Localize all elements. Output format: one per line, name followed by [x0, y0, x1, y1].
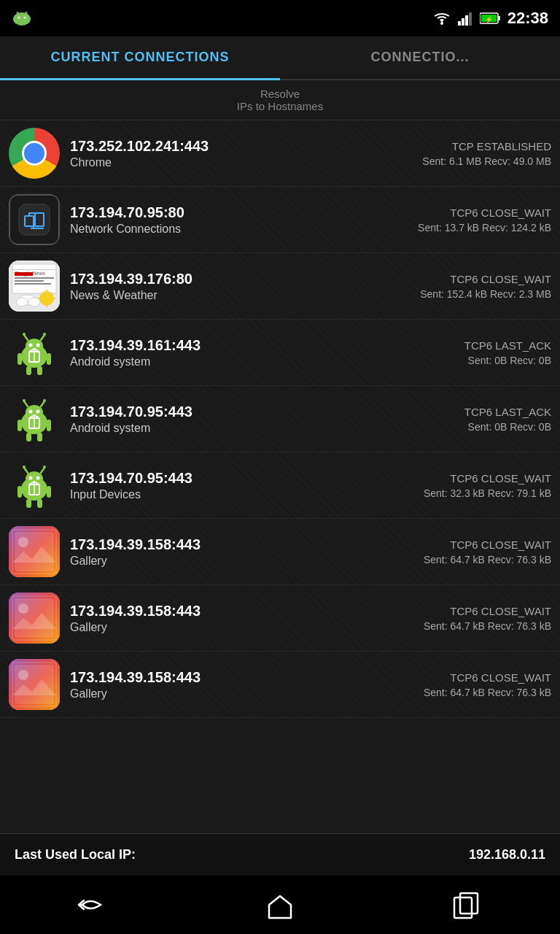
- android-sys-icon: [9, 393, 60, 444]
- connection-stats: TCP6 CLOSE_WAIT Sent: 152.4 kB Recv: 2.3…: [405, 273, 551, 300]
- resolve-bar[interactable]: Resolve IPs to Hostnames: [0, 80, 560, 120]
- home-button[interactable]: [262, 890, 298, 919]
- connection-app-name: Input Devices: [70, 488, 405, 501]
- connection-type: TCP6 CLOSE_WAIT: [405, 207, 551, 219]
- svg-rect-61: [47, 420, 51, 431]
- connection-stats: TCP6 LAST_ACK Sent: 0B Recv: 0B: [405, 339, 551, 366]
- svg-rect-89: [454, 898, 472, 918]
- connection-stats: TCP6 CLOSE_WAIT Sent: 64.7 kB Recv: 76.3…: [405, 605, 551, 632]
- status-bar-right: ⚡ 22:38: [432, 9, 548, 28]
- connection-item[interactable]: 173.194.70.95:443 Input Devices TCP6 CLO…: [0, 452, 560, 519]
- svg-point-1: [18, 17, 20, 19]
- tab-current-connections[interactable]: CURRENT CONNECTIONS: [0, 36, 280, 80]
- svg-rect-77: [47, 486, 51, 498]
- svg-point-68: [23, 466, 26, 468]
- app-icon-gallery: [9, 593, 60, 644]
- svg-point-6: [26, 12, 28, 14]
- app-icon-android: [9, 460, 60, 511]
- svg-point-52: [23, 399, 26, 402]
- tab-connection-log[interactable]: CONNECTIO...: [280, 36, 560, 80]
- connection-details: 173.194.39.176:80 News & Weather: [70, 271, 405, 302]
- gallery-icon: [9, 659, 60, 710]
- svg-rect-26: [15, 280, 44, 282]
- connection-app-name: Gallery: [70, 621, 405, 634]
- connection-details: 173.194.39.158:443 Gallery: [70, 536, 405, 568]
- svg-rect-24: [15, 272, 33, 276]
- connection-traffic: Sent: 152.4 kB Recv: 2.3 MB: [405, 288, 551, 300]
- connection-item[interactable]: 173.252.102.241:443 Chrome TCP ESTABLISH…: [0, 120, 560, 187]
- svg-point-54: [43, 399, 46, 402]
- signal-icon: [458, 11, 474, 26]
- svg-point-71: [29, 476, 33, 480]
- svg-point-72: [36, 476, 40, 480]
- connection-item[interactable]: 173.194.70.95:443 Android system TCP6 LA…: [0, 386, 560, 452]
- connection-details: 173.194.39.158:443 Gallery: [70, 669, 405, 700]
- connection-app-name: Gallery: [70, 555, 405, 568]
- connection-details: 173.194.70.95:80 Network Connections: [70, 204, 405, 236]
- svg-rect-90: [460, 893, 478, 914]
- svg-rect-8: [458, 21, 461, 26]
- connection-ip: 173.194.70.95:443: [70, 470, 405, 487]
- connection-item[interactable]: 173.194.39.158:443 Gallery TCP6 CLOSE_WA…: [0, 585, 560, 652]
- svg-rect-9: [462, 18, 464, 26]
- svg-point-55: [29, 410, 33, 414]
- connection-traffic: Sent: 64.7 kB Recv: 76.3 kB: [405, 554, 551, 566]
- connection-details: 173.194.70.95:443 Input Devices: [70, 470, 405, 501]
- connection-traffic: Sent: 64.7 kB Recv: 76.3 kB: [405, 620, 551, 632]
- connection-item[interactable]: 173.194.39.158:443 Gallery TCP6 CLOSE_WA…: [0, 519, 560, 585]
- battery-icon: ⚡: [480, 12, 502, 25]
- connection-stats: TCP6 CLOSE_WAIT Sent: 64.7 kB Recv: 76.3…: [405, 539, 551, 566]
- connection-list: 173.252.102.241:443 Chrome TCP ESTABLISH…: [0, 120, 560, 831]
- connection-stats: TCP6 LAST_ACK Sent: 0B Recv: 0B: [405, 406, 551, 433]
- connection-traffic: Sent: 6.1 MB Recv: 49.0 MB: [405, 155, 551, 167]
- svg-point-28: [39, 291, 54, 306]
- back-icon: [75, 890, 112, 919]
- connection-type: TCP6 CLOSE_WAIT: [405, 472, 551, 485]
- connection-details: 173.194.39.158:443 Gallery: [70, 603, 405, 634]
- svg-rect-81: [12, 530, 56, 574]
- svg-rect-45: [47, 353, 51, 365]
- gallery-icon: [9, 526, 60, 577]
- connection-details: 173.252.102.241:443 Chrome: [70, 138, 405, 169]
- connection-item[interactable]: 173.194.70.95:80 Network Connections TCP…: [0, 187, 560, 253]
- connection-type: TCP6 LAST_ACK: [405, 339, 551, 352]
- app-icon-android: [9, 393, 60, 444]
- connection-traffic: Sent: 0B Recv: 0B: [405, 421, 551, 433]
- svg-rect-27: [15, 283, 51, 285]
- svg-point-82: [18, 537, 28, 547]
- resolve-line1: Resolve: [260, 88, 300, 100]
- svg-rect-46: [26, 366, 31, 375]
- connection-type: TCP6 CLOSE_WAIT: [405, 605, 551, 617]
- home-icon: [262, 890, 298, 919]
- connection-traffic: Sent: 64.7 kB Recv: 76.3 kB: [405, 687, 551, 698]
- tab-bar: CURRENT CONNECTIONS CONNECTIO...: [0, 36, 560, 80]
- app-icon-network: [9, 194, 60, 245]
- app-icon-chrome: [9, 128, 60, 179]
- connection-details: 173.194.70.95:443 Android system: [70, 404, 405, 435]
- svg-point-56: [36, 410, 40, 414]
- recents-button[interactable]: [448, 890, 485, 919]
- connection-app-name: Gallery: [70, 687, 405, 700]
- status-time: 22:38: [508, 9, 548, 28]
- android-mascot-icon: [12, 9, 32, 27]
- svg-point-5: [17, 12, 19, 14]
- svg-point-30: [16, 298, 28, 306]
- svg-point-85: [18, 603, 28, 614]
- svg-point-7: [440, 22, 443, 25]
- connection-ip: 173.194.39.158:443: [70, 603, 405, 620]
- connection-traffic: Sent: 0B Recv: 0B: [405, 355, 551, 366]
- back-button[interactable]: [75, 890, 112, 919]
- connection-item[interactable]: 173.194.39.158:443 Gallery TCP6 CLOSE_WA…: [0, 652, 560, 718]
- svg-rect-11: [469, 12, 472, 26]
- svg-rect-76: [18, 486, 22, 498]
- svg-point-2: [24, 17, 26, 19]
- connection-type: TCP6 CLOSE_WAIT: [405, 273, 551, 285]
- nav-bar: [0, 876, 560, 934]
- connection-item[interactable]: 173.194.39.161:443 Android system TCP6 L…: [0, 320, 560, 386]
- resolve-line2: IPs to Hostnames: [237, 100, 323, 112]
- connection-app-name: Android system: [70, 355, 405, 368]
- svg-point-36: [23, 333, 26, 336]
- connection-item[interactable]: Google News 173.194.39.176:80 News & Wea…: [0, 253, 560, 320]
- connection-traffic: Sent: 13.7 kB Recv: 124.2 kB: [405, 222, 551, 234]
- connection-ip: 173.194.39.161:443: [70, 337, 405, 354]
